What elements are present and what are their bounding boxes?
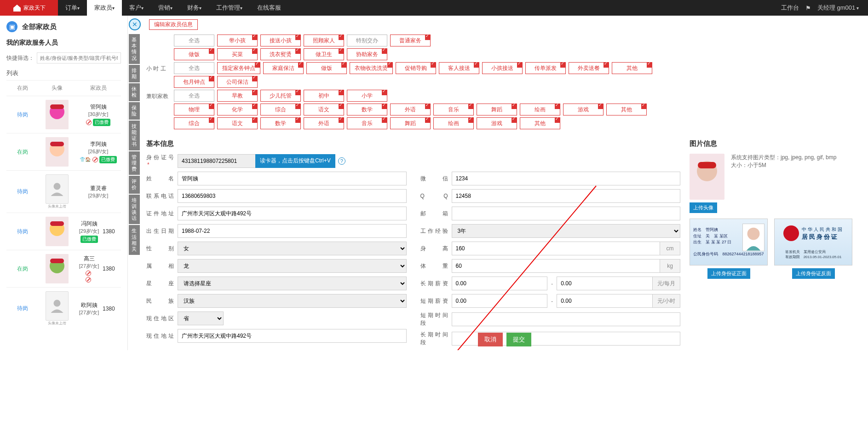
close-button[interactable]: ✕	[129, 18, 141, 30]
tag[interactable]: 接送小孩	[260, 35, 301, 46]
btn-upload-back[interactable]: 上传身份证反面	[792, 268, 835, 279]
tag[interactable]: 家庭保洁	[263, 62, 304, 74]
tag[interactable]: 做卫生	[304, 48, 344, 60]
btn-submit[interactable]: 提交	[506, 333, 531, 346]
nav-item-0[interactable]: 订单	[58, 0, 87, 16]
list-item[interactable]: 待岗冯阿姨[29岁/女]已缴费1380	[6, 213, 121, 250]
side-tab-7[interactable]: 培训谈话	[129, 195, 140, 225]
btn-upload-avatar[interactable]: 上传头像	[690, 202, 717, 213]
list-item[interactable]: 待岗头像未上传欧阿姨[27岁/女]1380	[6, 287, 121, 329]
side-tab-3[interactable]: 保险	[129, 102, 140, 120]
list-item[interactable]: 在岗高三[27岁/女]1380	[6, 250, 121, 287]
input-name[interactable]	[178, 172, 407, 185]
input-qq[interactable]	[452, 189, 681, 203]
tag[interactable]: 综合	[174, 117, 214, 129]
tag[interactable]: 绘画	[520, 104, 560, 115]
tag[interactable]: 包月钟点	[174, 76, 214, 88]
tag[interactable]: 游戏	[477, 117, 517, 129]
tag[interactable]: 买菜	[217, 48, 258, 60]
tag[interactable]: 其他	[520, 117, 560, 129]
input-weight[interactable]	[452, 259, 661, 273]
select-zodiac[interactable]: 龙	[178, 259, 407, 273]
select-ethnic[interactable]: 汉族	[178, 294, 407, 308]
tag[interactable]: 照顾家人	[304, 35, 344, 46]
tag-all[interactable]: 全选	[174, 90, 214, 102]
list-item[interactable]: 待岗管阿姨[30岁/女]已缴费	[6, 96, 121, 133]
nav-item-2[interactable]: 客户	[122, 0, 151, 16]
list-item[interactable]: 待岗头像未上传董灵睿[29岁/女]	[6, 170, 121, 213]
tag[interactable]: 传单派发	[525, 62, 566, 74]
nav-item-1[interactable]: 家政员	[87, 0, 122, 16]
tag[interactable]: 外卖送餐	[569, 62, 609, 74]
side-tab-1[interactable]: 排期	[129, 65, 140, 82]
tag[interactable]: 带小孩	[217, 35, 258, 46]
tag[interactable]: 普通家务	[390, 35, 431, 46]
nav-item-5[interactable]: 工作管理	[209, 0, 250, 16]
tag[interactable]: 舞蹈	[477, 104, 517, 115]
tag[interactable]: 外语	[304, 117, 344, 129]
side-tab-5[interactable]: 管理费	[129, 151, 140, 175]
tag[interactable]: 综合	[260, 104, 301, 115]
input-shortsal-to[interactable]	[557, 294, 653, 308]
tag-all[interactable]: 全选	[174, 35, 214, 46]
input-wechat[interactable]	[452, 172, 681, 185]
select-gender[interactable]: 女	[178, 242, 407, 255]
tag[interactable]: 语文	[304, 104, 344, 115]
tag[interactable]: 小学	[347, 90, 387, 102]
tag[interactable]: 语文	[217, 117, 258, 129]
tag[interactable]: 洗衣熨烫	[260, 48, 301, 60]
nav-item-4[interactable]: 财务	[180, 0, 209, 16]
tag[interactable]: 初中	[304, 90, 344, 102]
tag[interactable]: 做饭	[174, 48, 214, 60]
tag[interactable]: 音乐	[433, 104, 474, 115]
tag[interactable]: 舞蹈	[390, 117, 431, 129]
input-shortsal-from[interactable]	[452, 294, 548, 308]
input-phone[interactable]	[178, 189, 407, 203]
nav-item-6[interactable]: 在线客服	[250, 0, 288, 16]
tag[interactable]: 公司保洁	[217, 76, 258, 88]
input-height[interactable]	[452, 242, 661, 255]
side-tab-4[interactable]: 技能证书	[129, 121, 140, 150]
tag-all[interactable]: 全选	[174, 62, 214, 74]
nav-item-3[interactable]: 营销	[151, 0, 180, 16]
input-birth[interactable]	[178, 224, 407, 238]
input-curaddr[interactable]	[178, 329, 407, 343]
input-longsal-to[interactable]	[557, 277, 653, 290]
tag[interactable]: 其他	[612, 62, 652, 74]
help-icon[interactable]: ?	[338, 157, 345, 165]
side-tab-0[interactable]: 基本情况	[129, 34, 140, 64]
tag[interactable]: 少儿托管	[260, 90, 301, 102]
input-longsal-from[interactable]	[452, 277, 548, 290]
tag[interactable]: 做饭	[306, 62, 347, 74]
side-tab-2[interactable]: 休检	[129, 83, 140, 101]
tag[interactable]: 衣物收洗洗烫	[350, 62, 393, 74]
tag[interactable]: 促销导购	[396, 62, 436, 74]
btn-readcard[interactable]: 读卡器，点击后按键盘Ctrl+V	[255, 154, 335, 168]
tag[interactable]: 数学	[260, 117, 301, 129]
tag[interactable]: 客人接送	[439, 62, 479, 74]
select-star[interactable]: 请选择星座	[178, 277, 407, 290]
side-tab-6[interactable]: 评价	[129, 176, 140, 193]
tag[interactable]: 其他	[606, 104, 647, 115]
tag[interactable]: 音乐	[347, 117, 387, 129]
tag[interactable]: 游戏	[563, 104, 604, 115]
list-item[interactable]: 在岗李阿姨[26岁/女]👕🏠 已缴费	[6, 133, 121, 170]
tag[interactable]: 协助家务	[347, 48, 387, 60]
nav-user[interactable]: 关经理 gm001	[817, 4, 859, 12]
tag[interactable]: 外语	[390, 104, 431, 115]
input-shorttime[interactable]	[452, 312, 681, 326]
btn-upload-front[interactable]: 上传身份证正面	[707, 268, 750, 279]
input-mail[interactable]	[452, 207, 681, 220]
tag[interactable]: 化学	[217, 104, 258, 115]
tag[interactable]: 早教	[217, 90, 258, 102]
tag-all[interactable]: 特别交办	[347, 35, 387, 46]
tag[interactable]: 小孩接送	[482, 62, 523, 74]
input-addr[interactable]	[178, 207, 407, 220]
select-area[interactable]: 省	[178, 311, 224, 325]
select-exp[interactable]: 3年	[452, 224, 681, 238]
flag-icon[interactable]: ⚑	[805, 5, 811, 12]
tag[interactable]: 数学	[347, 104, 387, 115]
tag[interactable]: 绘画	[433, 117, 474, 129]
filter-input[interactable]	[37, 52, 121, 63]
nav-workbench[interactable]: 工作台	[781, 4, 799, 12]
